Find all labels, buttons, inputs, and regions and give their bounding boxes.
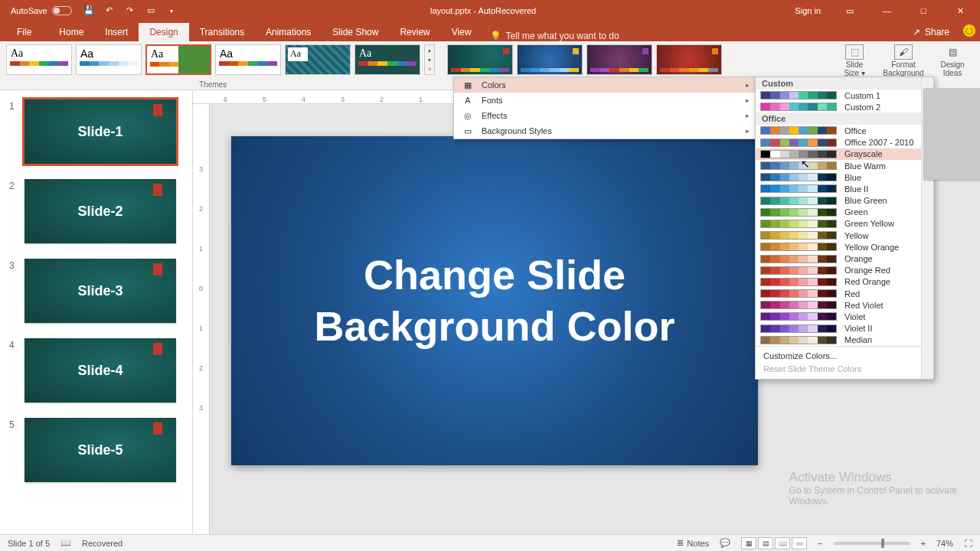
- zoom-level[interactable]: 74%: [936, 539, 953, 548]
- color-theme-orange-red[interactable]: Orange Red: [756, 265, 921, 276]
- color-theme-violet-ii[interactable]: Violet II: [756, 323, 921, 334]
- tab-insert[interactable]: Insert: [94, 23, 139, 41]
- tab-file[interactable]: File: [0, 23, 48, 41]
- theme-thumb-selected[interactable]: Aa: [145, 44, 211, 75]
- color-theme-blue[interactable]: Blue: [756, 171, 921, 183]
- variant-thumb[interactable]: [517, 44, 583, 75]
- zoom-in-icon[interactable]: +: [921, 539, 926, 548]
- tab-view[interactable]: View: [441, 23, 482, 41]
- color-theme-orange[interactable]: Orange: [756, 253, 921, 264]
- color-theme-violet[interactable]: Violet: [756, 311, 921, 322]
- thumbnail-number: 2: [9, 179, 18, 191]
- color-theme-red-orange[interactable]: Red Orange: [756, 276, 921, 288]
- ruler-tick: 3: [199, 165, 203, 173]
- redo-icon[interactable]: ↷: [121, 2, 139, 20]
- minimize-icon[interactable]: —: [870, 0, 903, 21]
- menu-item-effects[interactable]: ◎Effects: [454, 108, 756, 123]
- thumbnail-row[interactable]: 2Slide-2: [0, 176, 192, 256]
- autosave-switch-icon[interactable]: [52, 6, 72, 15]
- recovered-status[interactable]: Recovered: [82, 539, 122, 548]
- menu-item-background-styles[interactable]: ▭Background Styles: [454, 123, 756, 139]
- color-theme-custom-2[interactable]: Custom 2: [756, 101, 921, 112]
- slide-size-button[interactable]: ⬚Slide Size ▾: [833, 44, 876, 77]
- slide-title-text[interactable]: Change SlideBackground Color: [314, 249, 675, 353]
- tab-animations[interactable]: Animations: [255, 23, 322, 41]
- variant-thumb[interactable]: [586, 44, 652, 75]
- theme-thumb[interactable]: Aa: [285, 44, 351, 75]
- sign-in-link[interactable]: Sign in: [786, 6, 830, 15]
- color-theme-green-yellow[interactable]: Green Yellow: [756, 218, 921, 230]
- variant-thumb[interactable]: [447, 44, 513, 75]
- tab-review[interactable]: Review: [389, 23, 440, 41]
- color-theme-office[interactable]: Office: [756, 125, 921, 136]
- color-theme-red[interactable]: Red: [756, 288, 921, 299]
- thumbnail-row[interactable]: 1Slide-1: [0, 96, 192, 176]
- tab-slideshow[interactable]: Slide Show: [322, 23, 389, 41]
- color-theme-green[interactable]: Green: [756, 207, 921, 218]
- ribbon-display-options-icon[interactable]: ▭: [833, 0, 867, 21]
- save-icon[interactable]: 💾: [80, 2, 98, 20]
- color-strip-icon: [760, 197, 837, 205]
- thumbnail-row[interactable]: 4Slide-4: [0, 335, 192, 415]
- slide-thumbnail-pane[interactable]: 1Slide-12Slide-23Slide-34Slide-45Slide-5: [0, 90, 193, 534]
- feedback-button[interactable]: [959, 20, 980, 41]
- tab-home[interactable]: Home: [48, 23, 94, 41]
- theme-thumb[interactable]: Aa: [76, 44, 142, 75]
- color-theme-median[interactable]: Median: [756, 334, 921, 346]
- slide-thumbnail[interactable]: Slide-2: [24, 179, 176, 243]
- flyout-scrollbar[interactable]: [921, 77, 933, 379]
- slideshow-view-icon[interactable]: ▭: [792, 537, 807, 549]
- slide-thumbnail[interactable]: Slide-5: [24, 418, 176, 482]
- color-theme-blue-warm[interactable]: Blue Warm: [756, 160, 921, 171]
- menu-item-fonts[interactable]: AFonts: [454, 93, 756, 108]
- theme-thumb[interactable]: Aa: [6, 44, 72, 75]
- spellcheck-icon[interactable]: 📖: [60, 538, 71, 548]
- tab-transitions[interactable]: Transitions: [189, 23, 255, 41]
- smiley-icon: [963, 24, 975, 37]
- notes-button[interactable]: ≣Notes: [677, 538, 709, 548]
- design-ideas-button[interactable]: ▤Design Ideas: [931, 44, 974, 77]
- zoom-out-icon[interactable]: −: [818, 539, 822, 548]
- close-icon[interactable]: ✕: [943, 0, 977, 21]
- qat-more-icon[interactable]: ▾: [162, 2, 181, 21]
- variant-thumb[interactable]: [656, 44, 722, 75]
- slide-thumbnail[interactable]: Slide-3: [24, 259, 176, 323]
- format-background-button[interactable]: 🖌Format Background: [882, 44, 925, 77]
- fit-to-window-icon[interactable]: ⛶: [964, 539, 972, 548]
- menu-item-colors[interactable]: ▦Colors: [454, 77, 756, 93]
- color-theme-label: Median: [844, 335, 872, 344]
- color-theme-blue-green[interactable]: Blue Green: [756, 195, 921, 207]
- color-theme-red-violet[interactable]: Red Violet: [756, 299, 921, 311]
- color-theme-blue-ii[interactable]: Blue II: [756, 183, 921, 194]
- customize-colors-link[interactable]: Customize Colors...: [763, 350, 913, 363]
- thumbnail-row[interactable]: 3Slide-3: [0, 256, 192, 335]
- color-theme-custom-1[interactable]: Custom 1: [756, 90, 921, 101]
- start-from-beginning-icon[interactable]: ▭: [142, 2, 160, 20]
- color-theme-yellow[interactable]: Yellow: [756, 230, 921, 241]
- themes-gallery[interactable]: Aa Aa Aa Aa Aa Aa ▲▼≡: [6, 44, 435, 75]
- color-theme-label: Green Yellow: [844, 219, 894, 228]
- normal-view-icon[interactable]: ▦: [741, 537, 756, 549]
- tab-design[interactable]: Design: [139, 23, 188, 41]
- autosave-toggle[interactable]: AutoSave: [11, 6, 72, 15]
- color-theme-office-2007-2010[interactable]: Office 2007 - 2010: [756, 137, 921, 148]
- undo-icon[interactable]: ↶: [100, 2, 119, 20]
- sorter-view-icon[interactable]: ▤: [758, 537, 773, 549]
- tell-me-search[interactable]: 💡 Tell me what you want to do: [482, 31, 619, 41]
- comments-button[interactable]: 💬: [720, 538, 730, 548]
- theme-thumb[interactable]: Aa: [354, 44, 420, 75]
- slide-thumbnail[interactable]: Slide-4: [24, 338, 176, 403]
- ruler-tick: 2: [199, 364, 203, 372]
- variants-gallery[interactable]: [447, 44, 722, 75]
- color-theme-yellow-orange[interactable]: Yellow Orange: [756, 241, 921, 253]
- maximize-icon[interactable]: □: [906, 0, 940, 21]
- themes-more-button[interactable]: ▲▼≡: [424, 44, 435, 75]
- reading-view-icon[interactable]: 📖: [775, 537, 790, 549]
- theme-thumb[interactable]: Aa: [215, 44, 281, 75]
- share-button[interactable]: ↗ Share: [903, 23, 959, 41]
- slide-thumbnail[interactable]: Slide-1: [24, 99, 176, 164]
- zoom-slider[interactable]: [834, 542, 910, 545]
- thumbnail-row[interactable]: 5Slide-5: [0, 415, 192, 494]
- slide-canvas[interactable]: Change SlideBackground Color: [231, 136, 758, 465]
- color-theme-grayscale[interactable]: Grayscale: [756, 148, 921, 160]
